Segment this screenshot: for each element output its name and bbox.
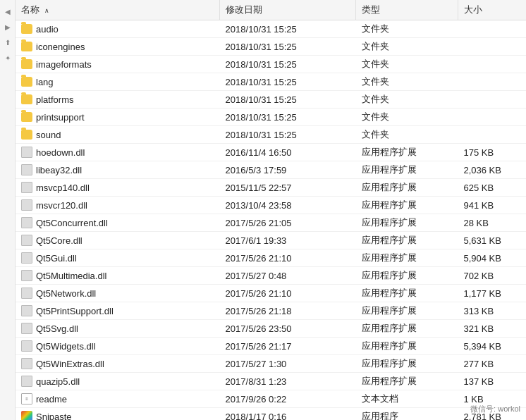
file-date: 2018/10/31 15:25 [220, 91, 356, 109]
file-name: imageformats [36, 59, 92, 70]
file-size: 941 KB [458, 197, 526, 214]
dll-icon [21, 217, 32, 228]
file-table: 名称 ∧ 修改日期 类型 大小 [16, 0, 526, 420]
dll-icon [21, 270, 32, 281]
file-name: audio [36, 24, 59, 35]
col-header-date[interactable]: 修改日期 [220, 0, 356, 20]
file-type: 应用程序扩展 [356, 320, 458, 338]
file-name: Qt5Concurrent.dll [36, 218, 108, 228]
table-row[interactable]: audio2018/10/31 15:25文件夹 [16, 20, 526, 38]
table-row[interactable]: msvcr120.dll2013/10/4 23:58应用程序扩展941 KB [16, 197, 526, 214]
nav-icon-2[interactable]: ▶ [2, 21, 13, 32]
table-row[interactable]: Qt5Svg.dll2017/5/26 23:50应用程序扩展321 KB [16, 320, 526, 338]
file-date: 2017/8/31 1:23 [220, 373, 356, 390]
table-row[interactable]: sound2018/10/31 15:25文件夹 [16, 126, 526, 144]
file-date: 2018/10/31 15:25 [220, 73, 356, 91]
nav-icon-1[interactable]: ◀ [2, 6, 13, 17]
dll-icon [21, 164, 32, 175]
file-name: platforms [36, 94, 73, 105]
sort-arrow: ∧ [44, 7, 49, 14]
file-name: quazip5.dll [36, 376, 80, 387]
nav-icon-4[interactable]: ✦ [2, 52, 13, 63]
dll-icon [21, 235, 32, 246]
file-size: 5,904 KB [458, 249, 526, 267]
table-row[interactable]: printsupport2018/10/31 15:25文件夹 [16, 109, 526, 126]
file-size: 2,036 KB [458, 161, 526, 179]
file-size [458, 56, 526, 73]
file-date: 2018/10/31 15:25 [220, 126, 356, 144]
file-size: 5,394 KB [458, 338, 526, 355]
file-name: Qt5Multimedia.dll [36, 271, 106, 281]
file-date: 2017/5/27 1:30 [220, 355, 356, 373]
table-row[interactable]: Qt5Multimedia.dll2017/5/27 0:48应用程序扩展702… [16, 267, 526, 285]
file-name: sound [36, 130, 61, 140]
dll-icon [21, 358, 32, 369]
table-row[interactable]: imageformats2018/10/31 15:25文件夹 [16, 56, 526, 73]
dll-icon [21, 199, 32, 211]
file-size: 1 KB [458, 390, 526, 408]
file-name: Qt5Network.dll [36, 288, 96, 299]
file-date: 2018/10/31 15:25 [220, 20, 356, 38]
table-row[interactable]: Qt5WinExtras.dll2017/5/27 1:30应用程序扩展277 … [16, 355, 526, 373]
file-date: 2017/5/27 0:48 [220, 267, 356, 285]
table-row[interactable]: Qt5Gui.dll2017/5/26 21:10应用程序扩展5,904 KB [16, 249, 526, 267]
table-row[interactable]: Snipaste2018/1/17 0:16应用程序2,781 KB [16, 408, 526, 421]
file-type: 文件夹 [356, 38, 458, 56]
col-header-type[interactable]: 类型 [356, 0, 458, 20]
file-size: 313 KB [458, 302, 526, 320]
file-name: libeay32.dll [36, 165, 82, 175]
file-name: iconengines [36, 42, 85, 52]
table-row[interactable]: Qt5Concurrent.dll2017/5/26 21:05应用程序扩展28… [16, 214, 526, 232]
table-row[interactable]: iconengines2018/10/31 15:25文件夹 [16, 38, 526, 56]
file-type: 应用程序扩展 [356, 338, 458, 355]
dll-icon [21, 323, 32, 334]
nav-icon-3[interactable]: ⬆ [2, 37, 13, 48]
dll-icon [21, 147, 32, 158]
file-type: 应用程序扩展 [356, 267, 458, 285]
file-name: printsupport [36, 112, 85, 123]
folder-icon [21, 77, 32, 87]
file-type: 文本文档 [356, 390, 458, 408]
file-type: 文件夹 [356, 56, 458, 73]
file-name: Qt5Widgets.dll [36, 341, 96, 352]
file-name: msvcp140.dll [36, 183, 90, 193]
dll-icon [21, 288, 32, 299]
file-size [458, 126, 526, 144]
table-row[interactable]: libeay32.dll2016/5/3 17:59应用程序扩展2,036 KB [16, 161, 526, 179]
table-row[interactable]: ≡readme2017/9/26 0:22文本文档1 KB [16, 390, 526, 408]
table-row[interactable]: hoedown.dll2016/11/4 16:50应用程序扩展175 KB [16, 144, 526, 161]
file-date: 2017/5/26 21:18 [220, 302, 356, 320]
file-size [458, 91, 526, 109]
file-size [458, 73, 526, 91]
file-type: 应用程序扩展 [356, 179, 458, 197]
file-type: 应用程序扩展 [356, 249, 458, 267]
file-date: 2017/5/26 23:50 [220, 320, 356, 338]
table-row[interactable]: msvcp140.dll2015/11/5 22:57应用程序扩展625 KB [16, 179, 526, 197]
table-row[interactable]: Qt5PrintSupport.dll2017/5/26 21:18应用程序扩展… [16, 302, 526, 320]
table-row[interactable]: platforms2018/10/31 15:25文件夹 [16, 91, 526, 109]
file-name: msvcr120.dll [36, 200, 87, 211]
table-row[interactable]: Qt5Network.dll2017/5/26 21:10应用程序扩展1,177… [16, 285, 526, 302]
file-date: 2017/5/26 21:05 [220, 214, 356, 232]
file-size: 2,781 KB [458, 408, 526, 421]
file-date: 2018/10/31 15:25 [220, 38, 356, 56]
file-size: 277 KB [458, 355, 526, 373]
file-type: 应用程序扩展 [356, 373, 458, 390]
file-date: 2016/11/4 16:50 [220, 144, 356, 161]
file-type: 应用程序扩展 [356, 285, 458, 302]
file-date: 2018/1/17 0:16 [220, 408, 356, 421]
col-header-size[interactable]: 大小 [458, 0, 526, 20]
file-name: Qt5PrintSupport.dll [36, 306, 114, 316]
file-size [458, 109, 526, 126]
table-row[interactable]: Qt5Widgets.dll2017/5/26 21:17应用程序扩展5,394… [16, 338, 526, 355]
table-row[interactable]: quazip5.dll2017/8/31 1:23应用程序扩展137 KB [16, 373, 526, 390]
table-row[interactable]: Qt5Core.dll2017/6/1 19:33应用程序扩展5,631 KB [16, 232, 526, 249]
file-name: Snipaste [36, 412, 72, 421]
file-date: 2013/10/4 23:58 [220, 197, 356, 214]
file-date: 2017/9/26 0:22 [220, 390, 356, 408]
file-date: 2018/10/31 15:25 [220, 56, 356, 73]
file-name: Qt5Gui.dll [36, 253, 77, 264]
table-row[interactable]: lang2018/10/31 15:25文件夹 [16, 73, 526, 91]
col-header-name[interactable]: 名称 ∧ [16, 0, 220, 20]
file-size: 28 KB [458, 214, 526, 232]
